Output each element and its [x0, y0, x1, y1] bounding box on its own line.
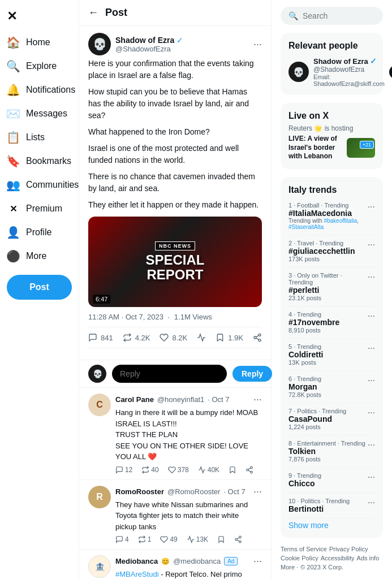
tweet-video-thumbnail[interactable]: NBC NEWS SPECIAL REPORT 6:47	[88, 217, 262, 307]
trend-name-3[interactable]: #perletti	[288, 286, 368, 295]
sidebar-item-premium[interactable]: ✕ Premium	[0, 197, 79, 221]
sidebar-item-bookmarks[interactable]: 🔖 Bookmarks	[0, 149, 79, 173]
carol-retweet[interactable]: 40	[141, 466, 158, 474]
trend-2-more[interactable]: ···	[368, 240, 375, 250]
tweet-timestamp: 11:28 AM · Oct 7, 2023	[88, 313, 163, 321]
trend-8-more[interactable]: ···	[368, 440, 375, 450]
trend-name-7[interactable]: CasaPound	[288, 414, 368, 424]
back-button[interactable]: ←	[88, 7, 98, 19]
relevant-people-section: Relevant people 💀 Shadow of Ezra ✓ @Shad…	[281, 33, 383, 95]
trend-9-more[interactable]: ···	[368, 472, 375, 482]
romo-bookmark[interactable]	[217, 535, 225, 543]
trend-name-8[interactable]: Tolkien	[288, 447, 368, 456]
trend-name-4[interactable]: #17novembre	[288, 318, 368, 327]
follow-button[interactable]: Follow	[389, 65, 392, 79]
carol-share[interactable]	[245, 466, 253, 474]
post-button[interactable]: Post	[7, 275, 72, 300]
more-icon: ⚫	[7, 250, 19, 262]
romo-share[interactable]	[234, 535, 242, 543]
tweet-author-info: 💀 Shadow of Ezra ✓ @ShadowofEzra	[88, 33, 183, 55]
carol-more-btn[interactable]: ···	[253, 394, 262, 405]
show-more-trends[interactable]: Show more	[288, 521, 375, 530]
trend-name-9[interactable]: Chicco	[288, 479, 368, 488]
carol-reply[interactable]: 12	[115, 466, 132, 474]
footer-accessibility[interactable]: Accessibility	[321, 555, 355, 561]
footer-terms[interactable]: Terms of Service	[281, 546, 327, 552]
person-info: Shadow of Ezra ✓ @ShadowofEzra Email: Sh…	[313, 57, 385, 87]
reply-stat[interactable]: 841	[88, 333, 113, 342]
trend-name-6[interactable]: Morgan	[288, 382, 368, 391]
lists-icon: 📋	[7, 131, 19, 144]
nbc-image-content: NBC NEWS SPECIAL REPORT	[88, 217, 262, 307]
sidebar-item-lists[interactable]: 📋 Lists	[0, 126, 79, 149]
sidebar-item-profile[interactable]: 👤 Profile	[0, 221, 79, 244]
trend-4-more[interactable]: ···	[368, 311, 375, 321]
trend-name-10[interactable]: Bertinotti	[288, 504, 368, 513]
medio-more-btn[interactable]: ···	[253, 555, 262, 567]
svg-point-2	[259, 339, 261, 342]
trend-10: 10 · Politics · Trending Bertinotti ···	[288, 493, 375, 518]
svg-point-10	[239, 536, 242, 538]
trend-6-more[interactable]: ···	[368, 375, 375, 386]
ad-badge: Ad	[224, 557, 238, 565]
romo-more-btn[interactable]: ···	[253, 486, 262, 498]
person-card: 💀 Shadow of Ezra ✓ @ShadowofEzra Email: …	[288, 57, 375, 87]
search-input[interactable]	[303, 11, 392, 20]
svg-point-7	[251, 471, 253, 473]
trend-name-2[interactable]: #giuliacecchettlin	[288, 247, 368, 256]
medio-text: #MBAreStudi - Report Telco. Nel primo se…	[115, 569, 262, 579]
sidebar-label-premium: Premium	[26, 204, 62, 214]
trend-10-more[interactable]: ···	[368, 498, 375, 508]
footer-more[interactable]: More ·	[281, 564, 298, 571]
trend-3-more[interactable]: ···	[368, 272, 375, 282]
sidebar: ✕ 🏠 Home 🔍 Explore 🔔 Notifications ✉️ Me…	[0, 0, 79, 579]
romo-reply[interactable]: 4	[115, 535, 129, 543]
trend-name-5[interactable]: Coldiretti	[288, 350, 368, 359]
footer-copyright: © 2023 X Corp.	[300, 564, 343, 571]
live-thumbnail[interactable]: +21	[347, 138, 375, 158]
comment-carol: C Carol Pane @honeyinflat1 · Oct 7 ··· H…	[79, 388, 271, 480]
footer-privacy[interactable]: Privacy Policy	[329, 546, 368, 552]
carol-avatar: C	[88, 394, 111, 416]
trend-5-more[interactable]: ···	[368, 343, 375, 353]
sidebar-label-profile: Profile	[26, 227, 51, 237]
carol-like[interactable]: 378	[168, 466, 189, 474]
like-stat[interactable]: 8.2K	[160, 333, 187, 342]
romo-name: RomoRooster	[115, 487, 164, 496]
romo-like[interactable]: 49	[160, 535, 177, 543]
carol-views[interactable]: 40K	[198, 466, 219, 474]
retweet-stat[interactable]: 4.2K	[123, 333, 150, 342]
sidebar-item-more[interactable]: ⚫ More	[0, 244, 79, 268]
romo-retweet[interactable]: 1	[138, 535, 152, 543]
x-logo[interactable]: ✕	[0, 5, 24, 28]
footer-cookie[interactable]: Cookie Policy	[281, 555, 318, 561]
plus-count: +21	[360, 141, 374, 149]
trend-1-more[interactable]: ···	[368, 202, 375, 212]
carol-bookmark[interactable]	[229, 466, 236, 474]
person-email: Email: ShadowofEzra@skiff.com	[313, 74, 385, 87]
sidebar-item-communities[interactable]: 👥 Communities	[0, 173, 79, 197]
tweet-more-button[interactable]: ···	[253, 38, 262, 50]
post-header: ← Post	[79, 0, 271, 26]
medio-emoji: 😊	[161, 558, 170, 565]
search-icon: 🔍	[288, 11, 298, 20]
share-stat[interactable]	[253, 333, 262, 342]
trend-2: 2 · Travel · Trending #giuliacecchettlin…	[288, 235, 375, 267]
footer-ads[interactable]: Ads info	[357, 555, 380, 561]
sidebar-item-notifications[interactable]: 🔔 Notifications	[0, 78, 79, 102]
medio-name: Mediobanca	[115, 557, 158, 565]
trend-name-1[interactable]: #ItaliaMacedonia	[288, 209, 368, 218]
bookmarks-icon: 🔖	[7, 155, 19, 167]
reply-input[interactable]	[112, 365, 227, 383]
sidebar-item-home[interactable]: 🏠 Home	[0, 31, 79, 54]
bookmark-stat[interactable]: 1.9K	[216, 333, 243, 342]
sidebar-item-messages[interactable]: ✉️ Messages	[0, 102, 79, 126]
svg-point-0	[259, 334, 261, 336]
communities-icon: 👥	[7, 179, 19, 191]
live-content: LIVE: A view of Israel's border with Leb…	[288, 135, 375, 161]
reply-button[interactable]: Reply	[232, 366, 272, 382]
trend-7-more[interactable]: ···	[368, 408, 375, 418]
sidebar-item-explore[interactable]: 🔍 Explore	[0, 54, 79, 78]
romo-views[interactable]: 13K	[187, 535, 208, 543]
views-stat[interactable]	[197, 333, 206, 342]
